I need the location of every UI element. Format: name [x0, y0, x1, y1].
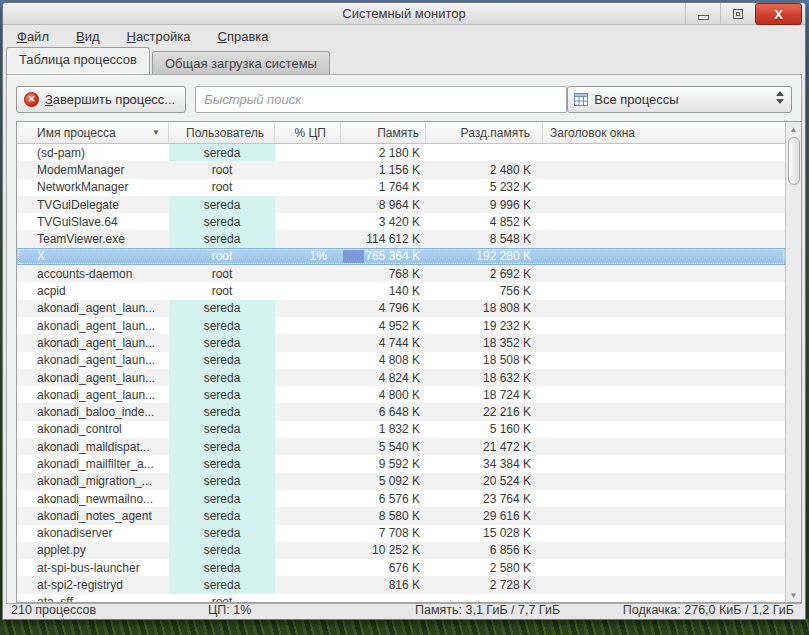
table-row[interactable]: akonadi_agent_laun...sereda4 808 K18 508…: [17, 352, 785, 369]
cell-name: applet.py: [17, 542, 169, 559]
table-row[interactable]: akonadi_agent_laun...sereda4 796 K18 808…: [17, 300, 785, 317]
column-header[interactable]: Пользователь: [169, 122, 275, 143]
cell-text: akonadi_agent_laun...: [37, 388, 155, 402]
spin-down-icon[interactable]: [776, 99, 784, 104]
cell-text: root: [212, 249, 233, 263]
table-row[interactable]: Xroot1%1 765 364 K192 280 K: [17, 248, 785, 265]
table-body: (sd-pam)sereda2 180 KModemManagerroot1 1…: [17, 144, 785, 602]
cell-user: sereda: [169, 438, 275, 455]
table-row[interactable]: akonadi_maildispat...sereda5 540 K21 472…: [17, 438, 785, 455]
cell-text: sereda: [204, 543, 241, 557]
cell-text: 2 480 K: [490, 163, 531, 177]
cell-text: sereda: [204, 526, 241, 540]
cell-text: (sd-pam): [37, 146, 85, 160]
cell-text: 18 352 K: [483, 336, 531, 350]
vertical-scrollbar[interactable]: ▲ ▼: [785, 122, 801, 602]
spin-up-icon[interactable]: [776, 91, 784, 96]
table-row[interactable]: NetworkManagerroot1 764 K5 232 K: [17, 179, 785, 196]
cell-text: root: [212, 284, 233, 298]
cell-user: sereda: [169, 507, 275, 524]
cell-text: 5 540 K: [379, 440, 420, 454]
cell-name: ata_sff: [17, 594, 169, 602]
cell-text: akonadi_agent_laun...: [37, 336, 155, 350]
end-process-label: Завершить процесс...: [45, 92, 175, 107]
table-row[interactable]: akonadi_mailfilter_a...sereda9 592 K34 3…: [17, 455, 785, 472]
cell-shared: 23 764 K: [426, 490, 543, 507]
column-header[interactable]: Память: [341, 122, 426, 143]
table-row[interactable]: akonadi_agent_laun...sereda4 800 K18 724…: [17, 386, 785, 403]
table-row[interactable]: akonadi_controlsereda1 832 K5 160 K: [17, 421, 785, 438]
table-row[interactable]: TVGuiSlave.64sereda3 420 K4 852 K: [17, 213, 785, 230]
cell-name: TVGuiDelegate: [17, 196, 169, 213]
cell-text: 2 728 K: [490, 578, 531, 592]
cell-name: akonadi_agent_laun...: [17, 386, 169, 403]
table-row[interactable]: accounts-daemonroot768 K2 692 K: [17, 265, 785, 282]
table-row[interactable]: ModemManagerroot1 156 K2 480 K: [17, 161, 785, 178]
cell-shared: 2 692 K: [426, 265, 543, 282]
table-row[interactable]: at-spi-bus-launchersereda676 K2 580 K: [17, 559, 785, 576]
cell-name: akonadi_agent_laun...: [17, 352, 169, 369]
table-row[interactable]: akonadi_notes_agentsereda8 580 K29 616 K: [17, 507, 785, 524]
table-row[interactable]: akonadi_agent_laun...sereda4 744 K18 352…: [17, 334, 785, 351]
maximize-button[interactable]: [720, 3, 755, 25]
quick-search-input[interactable]: [195, 86, 567, 113]
cell-shared: 192 280 K: [426, 249, 543, 264]
cell-cpu: [275, 179, 341, 196]
cell-memory: 6 648 K: [341, 403, 426, 420]
table-row[interactable]: akonadiserversereda7 708 K15 028 K: [17, 525, 785, 542]
column-header[interactable]: Разд.память: [426, 122, 543, 143]
column-header[interactable]: % ЦП: [275, 122, 341, 143]
close-button[interactable]: X: [755, 3, 802, 25]
process-filter-select[interactable]: Все процессы: [567, 86, 792, 113]
minimize-button[interactable]: [685, 3, 720, 25]
cell-text: sereda: [204, 509, 241, 523]
titlebar[interactable]: Системный монитор X: [3, 3, 805, 25]
table-row[interactable]: TeamViewer.exesereda114 612 K8 548 K: [17, 230, 785, 247]
cell-text: sereda: [204, 353, 241, 367]
cell-text: 23 764 K: [483, 492, 531, 506]
end-process-button[interactable]: ✕ Завершить процесс...: [16, 86, 186, 113]
menu-help[interactable]: Справка: [218, 29, 269, 44]
table-row[interactable]: TVGuiDelegatesereda8 964 K9 996 K: [17, 196, 785, 213]
cell-cpu: [275, 161, 341, 178]
table-row[interactable]: applet.pysereda10 252 K6 856 K: [17, 542, 785, 559]
table-row[interactable]: akonadi_newmailno...sereda6 576 K23 764 …: [17, 490, 785, 507]
column-header[interactable]: Заголовок окна: [543, 122, 801, 143]
cell-title: [543, 438, 785, 455]
cell-text: 2 180 K: [379, 146, 420, 160]
menu-file[interactable]: Файл: [17, 29, 49, 44]
scrollbar-thumb[interactable]: [788, 137, 800, 185]
cell-text: X: [37, 249, 45, 263]
cell-title: [543, 542, 785, 559]
cell-name: akonadi_baloo_inde...: [17, 403, 169, 420]
cell-name: akonadi_agent_laun...: [17, 369, 169, 386]
cell-name: X: [17, 249, 169, 264]
process-table-page: ✕ Завершить процесс... Все процессы: [6, 74, 802, 604]
table-row[interactable]: at-spi2-registrydsereda816 K2 728 K: [17, 576, 785, 593]
cell-text: root: [212, 180, 233, 194]
status-memory: Память: 3,1 ГиБ / 7,7 ГиБ: [415, 603, 560, 617]
table-row[interactable]: akonadi_baloo_inde...sereda6 648 K22 216…: [17, 403, 785, 420]
cell-name: akonadi_agent_laun...: [17, 317, 169, 334]
scroll-up-icon[interactable]: ▲: [786, 122, 801, 136]
menu-view[interactable]: Вид: [76, 29, 100, 44]
cell-shared: 19 232 K: [426, 317, 543, 334]
cell-text: 19 232 K: [483, 319, 531, 333]
tab-process-table[interactable]: Таблица процессов: [6, 47, 150, 74]
table-row[interactable]: acpidroot140 K756 K: [17, 282, 785, 299]
cell-shared: 2 480 K: [426, 161, 543, 178]
table-row[interactable]: akonadi_migration_...sereda5 092 K20 524…: [17, 473, 785, 490]
cell-text: 4 800 K: [379, 388, 420, 402]
column-header[interactable]: Имя процесса▼: [17, 122, 169, 143]
table-row[interactable]: akonadi_agent_laun...sereda4 952 K19 232…: [17, 317, 785, 334]
cell-title: [543, 265, 785, 282]
menu-settings[interactable]: Настройка: [127, 29, 191, 44]
table-row[interactable]: ata_sffroot: [17, 594, 785, 602]
table-header: Имя процесса▼Пользователь% ЦППамятьРазд.…: [17, 122, 801, 144]
table-row[interactable]: (sd-pam)sereda2 180 K: [17, 144, 785, 161]
scroll-down-icon[interactable]: ▼: [786, 588, 801, 602]
cell-text: akonadiserver: [37, 526, 112, 540]
cell-text: 1 156 K: [379, 163, 420, 177]
table-row[interactable]: akonadi_agent_laun...sereda4 824 K18 632…: [17, 369, 785, 386]
tab-system-load[interactable]: Общая загрузка системы: [152, 51, 330, 74]
